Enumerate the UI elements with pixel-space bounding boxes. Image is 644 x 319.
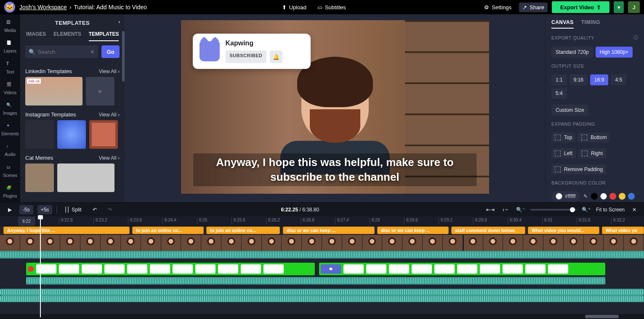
- tool-elements[interactable]: ✦Elements: [0, 119, 20, 140]
- clear-search-icon[interactable]: ✕: [90, 49, 95, 55]
- help-icon[interactable]: ⓘ: [633, 34, 639, 41]
- subtitle-clip[interactable]: What video you would...: [528, 227, 599, 234]
- tool-audio[interactable]: ♪Audio: [0, 140, 20, 161]
- color-swatch[interactable]: [600, 193, 607, 200]
- redo-button[interactable]: ↷: [104, 205, 115, 215]
- subtitle-clip[interactable]: Anyway, I hope this ...: [3, 227, 130, 234]
- overlay-sticker[interactable]: [366, 264, 386, 274]
- view-all-link[interactable]: View All ›: [99, 155, 120, 161]
- zoom-out-button[interactable]: 🔍⁻: [515, 205, 526, 215]
- subtitles-button[interactable]: ▭ Subtitles: [314, 3, 349, 12]
- zoom-slider[interactable]: [530, 209, 577, 211]
- subtitle-clip[interactable]: to join an online co...: [132, 227, 204, 234]
- template-thumb[interactable]: [25, 163, 54, 192]
- video-track[interactable]: [0, 235, 644, 251]
- overlay-sticker[interactable]: [263, 264, 284, 274]
- close-timeline-button[interactable]: ✕: [629, 205, 640, 215]
- video-audio-track[interactable]: [0, 251, 644, 258]
- overlay-sticker[interactable]: [195, 264, 216, 274]
- tab-canvas[interactable]: CANVAS: [551, 19, 574, 29]
- tool-text[interactable]: TText: [0, 57, 20, 78]
- quality-high[interactable]: High 1080p+: [596, 47, 633, 58]
- overlay-sticker[interactable]: [343, 264, 364, 274]
- size-4-5[interactable]: 4:5: [611, 74, 626, 85]
- overlay-sticker[interactable]: [59, 264, 79, 274]
- search-input[interactable]: [38, 49, 90, 55]
- tool-scenes[interactable]: 🗂Scenes: [0, 161, 20, 182]
- overlay-sticker[interactable]: [173, 264, 193, 274]
- overlay-sticker[interactable]: [434, 264, 455, 274]
- template-thumb[interactable]: [57, 120, 86, 149]
- size-custom[interactable]: Custom Size: [551, 105, 588, 116]
- color-swatch[interactable]: [619, 193, 625, 200]
- tool-videos[interactable]: 🎬Videos: [0, 78, 20, 99]
- logo-icon[interactable]: 🐱: [4, 2, 15, 13]
- overlay-sticker[interactable]: [389, 264, 409, 274]
- video-caption[interactable]: Anyway, I hope this was helpful, make su…: [193, 153, 476, 186]
- export-dropdown[interactable]: ▾: [614, 1, 624, 13]
- sticker-discord-icon[interactable]: 💬: [321, 264, 341, 274]
- play-button[interactable]: ▶: [4, 205, 15, 215]
- share-button[interactable]: ↗ Share: [519, 3, 548, 12]
- overlay-track[interactable]: 💬: [0, 261, 644, 277]
- size-16-9[interactable]: 16:9: [590, 74, 608, 85]
- overlay-sticker[interactable]: [104, 264, 125, 274]
- user-avatar[interactable]: J: [628, 1, 640, 13]
- zoom-in-button[interactable]: 🔍⁺: [581, 205, 592, 215]
- subtitle-clip[interactable]: staff comment down below.: [451, 227, 525, 234]
- snap-button[interactable]: ⇤⇥: [485, 205, 496, 215]
- overlay-sticker[interactable]: [548, 264, 568, 274]
- pad-top[interactable]: Top: [551, 132, 575, 142]
- overlay-sticker[interactable]: [480, 264, 500, 274]
- pad-right[interactable]: Right: [578, 148, 606, 158]
- tool-layers[interactable]: 📑Layers: [0, 37, 20, 57]
- templates-scroll[interactable]: Linkedin TemplatesView All › ▷ Instagram…: [20, 62, 125, 202]
- subtitle-clip[interactable]: disc or we can keep ...: [377, 227, 449, 234]
- tab-timing[interactable]: TIMING: [581, 19, 600, 29]
- pad-left[interactable]: Left: [551, 148, 576, 158]
- subscribe-overlay[interactable]: Kapwing SUBSCRIBED 🔔: [193, 34, 311, 69]
- playhead[interactable]: [40, 216, 41, 317]
- view-all-link[interactable]: View All ›: [99, 69, 120, 74]
- bell-icon[interactable]: 🔔: [270, 50, 282, 63]
- video-canvas[interactable]: Kapwing SUBSCRIBED 🔔 Anyway, I hope this…: [181, 20, 489, 194]
- color-swatch[interactable]: [609, 193, 616, 200]
- timeline-ruler[interactable]: 6:22 6:22.66:23.26:23.86:24.46:256:25.66…: [0, 216, 644, 226]
- search-go-button[interactable]: Go: [101, 45, 120, 58]
- size-9-16[interactable]: 9:16: [569, 74, 588, 85]
- export-button[interactable]: Export Video ⇪: [552, 1, 609, 13]
- quality-standard[interactable]: Standard 720p: [551, 47, 593, 58]
- overlay-sticker[interactable]: [412, 264, 432, 274]
- overlay-sticker[interactable]: [36, 264, 56, 274]
- eyedropper-icon[interactable]: ✎: [583, 193, 588, 199]
- ruler-anchor[interactable]: 6:22: [18, 216, 35, 226]
- workspace-link[interactable]: Josh's Workspace: [19, 4, 67, 11]
- template-thumb[interactable]: [25, 77, 82, 105]
- tab-templates[interactable]: TEMPLATES: [89, 31, 119, 41]
- overlay-sticker[interactable]: [218, 264, 238, 274]
- tool-media[interactable]: 🖼Media: [0, 16, 20, 37]
- size-1-1[interactable]: 1:1: [551, 74, 567, 85]
- template-thumb[interactable]: [89, 120, 118, 149]
- music-track[interactable]: [0, 287, 644, 304]
- tool-plugins[interactable]: 🧩Plugins: [0, 182, 20, 202]
- upload-button[interactable]: ⬆ Upload: [279, 3, 310, 12]
- color-swatch[interactable]: [591, 193, 598, 200]
- tool-images[interactable]: 🔍Images: [0, 99, 20, 119]
- overlay-sticker[interactable]: [457, 264, 477, 274]
- bg-color-value[interactable]: #ffffff: [551, 191, 580, 201]
- overlay-clip-green-2[interactable]: 💬: [319, 263, 605, 275]
- subtitle-clip[interactable]: to join an online co...: [206, 227, 280, 234]
- overlay-sticker[interactable]: [82, 264, 102, 274]
- template-thumb[interactable]: ▷: [86, 77, 114, 105]
- template-thumb[interactable]: [57, 163, 114, 192]
- overlay-sticker[interactable]: [150, 264, 170, 274]
- subtitle-clip[interactable]: disc or we can keep ...: [283, 227, 375, 234]
- forward-5s-button[interactable]: +5s: [37, 205, 53, 214]
- overlay-sticker[interactable]: [127, 264, 147, 274]
- split-button[interactable]: ⎮⎮Split: [61, 205, 85, 214]
- subtitle-clip[interactable]: What video yo: [602, 227, 644, 234]
- overlay-sticker[interactable]: [503, 264, 523, 274]
- tab-images[interactable]: IMAGES: [26, 31, 46, 41]
- color-swatch[interactable]: [628, 193, 635, 200]
